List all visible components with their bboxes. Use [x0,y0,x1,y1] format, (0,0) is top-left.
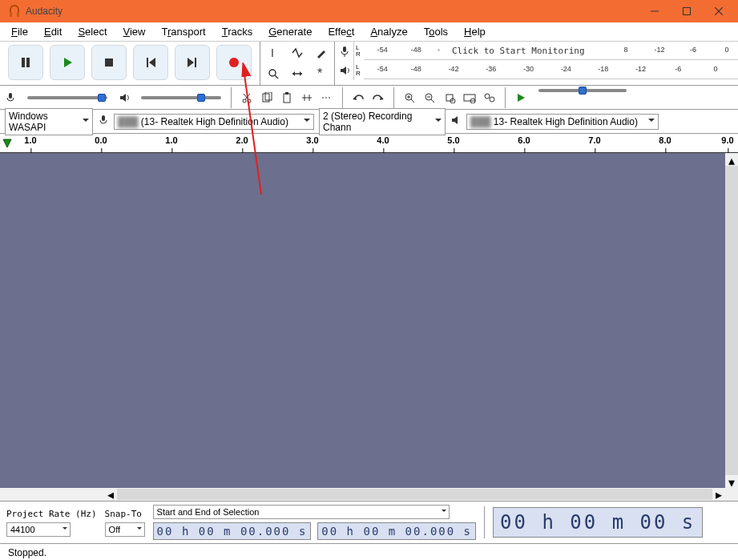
svg-rect-1 [17,12,19,17]
edit-toolbar [235,89,339,107]
hscroll-track[interactable] [117,489,712,500]
svg-rect-9 [105,58,113,66]
recording-volume-slider[interactable] [27,96,107,99]
menu-tools[interactable]: Tools [416,24,456,39]
copy-button[interactable] [258,89,276,107]
play-head-marker[interactable] [0,134,14,152]
svg-marker-11 [149,58,155,67]
zoom-toolbar [397,89,502,107]
selection-tool[interactable]: I [262,43,284,62]
maximize-button[interactable] [671,0,703,22]
device-toolbar: Windows WASAPI ███ (13- Realtek High Def… [0,110,738,134]
timeshift-tool[interactable] [286,64,309,83]
menu-generate[interactable]: Generate [260,24,320,39]
mic-icon[interactable] [335,42,354,61]
menu-edit[interactable]: Edit [36,24,70,39]
snap-to-label: Snap-To [105,509,145,519]
svg-rect-22 [343,46,346,52]
zoom-out-button[interactable] [421,89,438,107]
hscroll-right[interactable]: ▸ [712,488,725,501]
menu-help[interactable]: Help [456,24,494,39]
svg-rect-13 [195,58,196,67]
svg-rect-0 [10,12,12,17]
menu-view[interactable]: View [115,24,154,39]
selection-start-time[interactable]: 00 h 00 m 00.000 s [153,522,312,540]
recording-meter[interactable]: -54 -48 - Click to Start Monitoring 8 -1… [364,42,738,60]
undo-button[interactable] [349,89,367,107]
skip-end-button[interactable] [175,45,210,80]
track-area[interactable]: ▴ ▾ [0,153,738,488]
trim-button[interactable] [298,89,316,107]
transport-toolbar [0,42,260,85]
rec-meter-channels: LR [354,43,364,59]
speaker-icon[interactable] [335,61,354,80]
status-text: Stopped. [8,547,46,558]
zoom-toggle-button[interactable] [481,89,498,107]
svg-point-16 [269,70,276,76]
svg-line-47 [431,99,434,103]
svg-point-28 [248,99,251,103]
pause-button[interactable] [8,45,43,80]
svg-marker-54 [518,94,525,102]
svg-line-17 [275,75,278,79]
record-button[interactable] [216,45,252,80]
timeline-ruler[interactable]: 1.0 0.0 1.0 2.0 3.0 4.0 5.0 6.0 7.0 8.0 … [0,134,738,153]
cut-button[interactable] [238,89,256,107]
fit-project-button[interactable] [461,89,478,107]
svg-point-53 [490,97,494,102]
paste-button[interactable] [278,89,296,107]
play-at-speed-button[interactable] [512,89,530,107]
hscroll-left[interactable]: ◂ [104,488,117,501]
menu-effect[interactable]: Effect [320,24,362,39]
audio-host-select[interactable]: Windows WASAPI [5,108,93,135]
multi-tool[interactable]: * [310,64,333,83]
close-button[interactable] [703,0,735,22]
draw-tool[interactable] [310,43,333,62]
svg-rect-50 [464,95,475,101]
selection-end-time[interactable]: 00 h 00 m 00.000 s [317,522,476,540]
vscroll-up[interactable]: ▴ [725,153,738,166]
svg-rect-7 [26,58,30,67]
audio-position-time[interactable]: 00 h 00 m 00 s [493,507,703,538]
zoom-tool[interactable] [262,64,284,83]
playback-device-select[interactable]: ███ 13- Realtek High Definition Audio) [466,114,659,130]
skip-start-button[interactable] [133,45,168,80]
zoom-in-button[interactable] [401,89,418,107]
play-button[interactable] [50,45,85,80]
play-meter-channels: LR [354,62,364,79]
menu-select[interactable]: Select [70,24,115,39]
vscroll-down[interactable]: ▾ [725,475,738,488]
snap-to-select[interactable]: Off [105,522,145,537]
recording-device-select[interactable]: ███ (13- Realtek High Definition Audio) [114,114,314,130]
svg-point-27 [243,99,246,103]
envelope-tool[interactable] [286,43,309,62]
fit-selection-button[interactable] [441,89,458,107]
playback-meter[interactable]: -54 -48 -42 -36 -30 -24 -18 -12 -6 0 [364,62,738,79]
play-vol-speaker-icon [114,87,135,108]
window-title: Audacity [26,6,639,17]
titlebar: Audacity [0,0,738,22]
svg-marker-26 [120,94,126,102]
project-rate-select[interactable]: 44100 [6,522,71,537]
svg-rect-48 [446,95,453,101]
menu-transport[interactable]: Transport [153,24,213,39]
svg-rect-33 [284,94,290,103]
playback-volume-slider[interactable] [141,96,221,99]
silence-button[interactable] [318,89,336,107]
svg-line-44 [411,99,414,103]
recording-channels-select[interactable]: 2 (Stereo) Recording Chann [319,108,446,135]
menu-tracks[interactable]: Tracks [214,24,261,39]
vscroll-track[interactable] [725,166,738,475]
stop-button[interactable] [91,45,127,80]
menu-analyze[interactable]: Analyze [362,24,415,39]
minimize-button[interactable] [639,0,671,22]
svg-marker-19 [292,71,295,76]
svg-marker-8 [64,58,72,67]
rec-vol-mic-icon [0,87,21,108]
play-at-speed-toolbar [509,89,636,107]
menu-file[interactable]: File [3,24,36,39]
svg-rect-25 [9,93,12,99]
playback-speed-slider[interactable] [538,89,627,92]
selection-mode-select[interactable]: Start and End of Selection [153,505,450,519]
redo-button[interactable] [369,89,387,107]
